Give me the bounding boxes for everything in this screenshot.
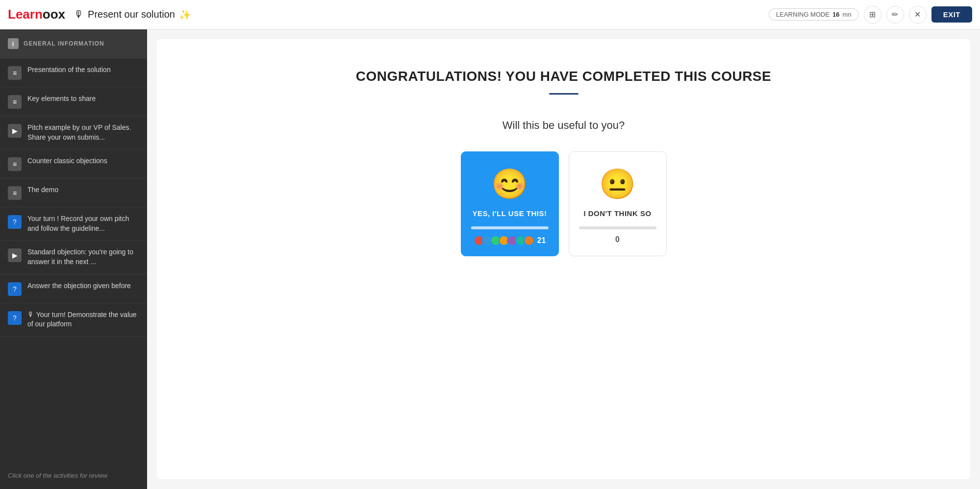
sparkle-icon: ✨ <box>179 9 191 21</box>
close-icon: ✕ <box>914 10 921 19</box>
header-right: LEARNING MODE 16 mn ⊞ ✏ ✕ EXIT <box>769 6 972 24</box>
edit-icon: ✏ <box>892 10 898 19</box>
no-vote-meta: 0 <box>615 235 620 244</box>
header: Learnoox 🎙 Present our solution ✨ LEARNI… <box>0 0 980 29</box>
time-unit: mn <box>843 11 852 18</box>
learning-mode-badge: LEARNING MODE 16 mn <box>769 8 859 21</box>
sidebar: i GENERAL INFORMATION ≡ Presentation of … <box>0 29 147 489</box>
logo-learn: Learn <box>8 7 43 22</box>
sidebar-item-counter-objections-label: Counter classic objections <box>27 156 107 166</box>
vote-cards: 😊 YES, I'LL USE THIS! <box>176 151 951 256</box>
completion-card: CONGRATULATIONS! YOU HAVE COMPLETED THIS… <box>157 39 970 479</box>
completion-title: CONGRATULATIONS! YOU HAVE COMPLETED THIS… <box>176 69 951 84</box>
learning-mode-time: 16 <box>832 11 839 18</box>
sidebar-item-answer-objection-label: Answer the objection given before <box>27 281 131 291</box>
content-area: CONGRATULATIONS! YOU HAVE COMPLETED THIS… <box>147 29 980 489</box>
the-demo-icon: ≡ <box>8 186 22 200</box>
no-vote-count: 0 <box>615 235 620 244</box>
sidebar-item-the-demo[interactable]: ≡ The demo <box>0 178 147 207</box>
sidebar-item-the-demo-label: The demo <box>27 185 58 195</box>
yes-emoji: 😊 <box>491 167 528 201</box>
useful-question: Will this be useful to you? <box>176 119 951 132</box>
sidebar-header-label: GENERAL INFORMATION <box>24 40 104 47</box>
learning-mode-label: LEARNING MODE <box>776 11 829 18</box>
mic-icon: 🎙 <box>74 9 84 20</box>
course-title: Present our solution <box>88 9 175 20</box>
yes-label: YES, I'LL USE THIS! <box>473 209 547 218</box>
completion-divider <box>549 93 578 95</box>
no-label: I DON'T THINK SO <box>583 209 651 218</box>
yes-vote-bar <box>471 226 549 229</box>
yes-vote-bar-fill <box>471 226 541 229</box>
standard-objection-icon: ▶ <box>8 248 22 262</box>
no-emoji: 😐 <box>599 167 636 201</box>
sidebar-item-standard-objection-label: Standard objection: you're going to answ… <box>27 247 139 267</box>
edit-button[interactable]: ✏ <box>886 6 904 24</box>
your-turn-demo-icon: ? <box>8 311 22 325</box>
presentation-icon: ≡ <box>8 66 22 80</box>
pitch-example-icon: ▶ <box>8 124 22 138</box>
sidebar-item-your-turn-record-label: Your turn ! Record your own pitch and fo… <box>27 214 139 233</box>
sidebar-item-your-turn-demo[interactable]: ? 🎙 Your turn! Demonstrate the value of … <box>0 303 147 337</box>
info-icon: i <box>8 38 19 49</box>
main-layout: i GENERAL INFORMATION ≡ Presentation of … <box>0 29 980 489</box>
sidebar-footer-hint: Click one of the activities for review <box>8 472 107 479</box>
sidebar-item-presentation-label: Presentation of the solution <box>27 65 111 75</box>
sidebar-item-key-elements-label: Key elements to share <box>27 94 96 104</box>
yes-vote-count: 21 <box>537 236 546 245</box>
chart-button[interactable]: ⊞ <box>864 6 881 24</box>
answer-objection-icon: ? <box>8 282 22 296</box>
close-button[interactable]: ✕ <box>909 6 927 24</box>
logo-oox: oox <box>43 7 65 22</box>
no-vote-bar <box>579 226 656 229</box>
header-left: Learnoox 🎙 Present our solution ✨ <box>8 7 191 22</box>
sidebar-item-presentation[interactable]: ≡ Presentation of the solution <box>0 58 147 87</box>
sidebar-item-your-turn-demo-label: 🎙 Your turn! Demonstrate the value of ou… <box>27 310 139 329</box>
sidebar-item-standard-objection[interactable]: ▶ Standard objection: you're going to an… <box>0 241 147 274</box>
sidebar-item-key-elements[interactable]: ≡ Key elements to share <box>0 87 147 116</box>
sidebar-item-answer-objection[interactable]: ? Answer the objection given before <box>0 274 147 303</box>
sidebar-footer: Click one of the activities for review <box>0 462 147 489</box>
no-vote-card[interactable]: 😐 I DON'T THINK SO 0 <box>569 151 667 256</box>
yes-vote-meta: 21 <box>474 235 546 246</box>
your-turn-record-icon: ? <box>8 215 22 229</box>
vote-avatars <box>474 235 534 246</box>
counter-objections-icon: ≡ <box>8 157 22 171</box>
header-title: 🎙 Present our solution ✨ <box>74 9 191 21</box>
chart-icon: ⊞ <box>869 10 876 19</box>
key-elements-icon: ≡ <box>8 95 22 109</box>
sidebar-item-your-turn-record[interactable]: ? Your turn ! Record your own pitch and … <box>0 207 147 241</box>
exit-button[interactable]: EXIT <box>931 6 972 23</box>
sidebar-header: i GENERAL INFORMATION <box>0 29 147 58</box>
avatar-7 <box>524 235 534 246</box>
sidebar-item-pitch-example[interactable]: ▶ Pitch example by our VP of Sales. Shar… <box>0 116 147 149</box>
logo: Learnoox <box>8 7 65 22</box>
sidebar-item-counter-objections[interactable]: ≡ Counter classic objections <box>0 149 147 178</box>
sidebar-item-pitch-example-label: Pitch example by our VP of Sales. Share … <box>27 123 139 142</box>
yes-vote-card[interactable]: 😊 YES, I'LL USE THIS! <box>461 151 559 256</box>
